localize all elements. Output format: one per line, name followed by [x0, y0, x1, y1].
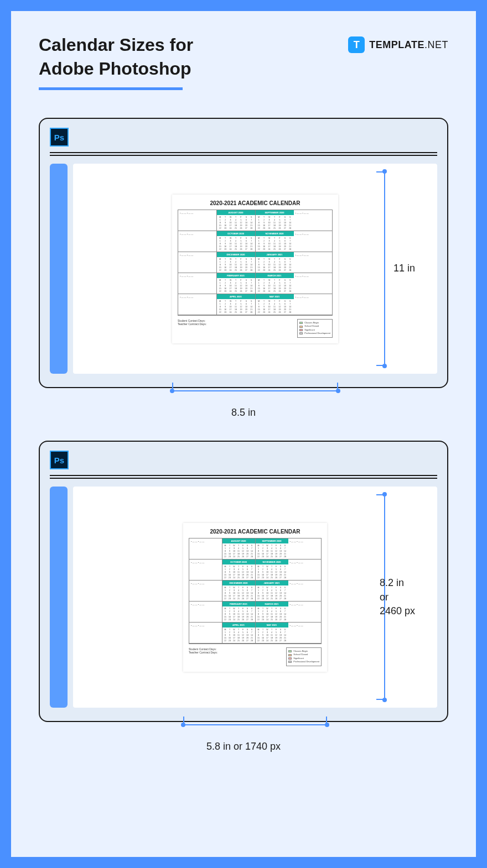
month: APRIL 2021MTWTFSS12345678910111213141516…: [222, 623, 255, 643]
month-pair: OCTOBER 2020MTWTFSS123456789101112131415…: [217, 231, 294, 252]
month-notes-right: • — — • — —: [288, 538, 322, 560]
month: FEBRUARY 2021MTWTFSS12345678910111213141…: [217, 273, 255, 294]
month: AUGUST 2020MTWTFSS1234567891011121314151…: [222, 538, 255, 559]
width-label: 5.8 in or 1740 px: [39, 741, 448, 752]
month-pair: DECEMBER 2020MTWTFSS12345678910111213141…: [222, 581, 288, 602]
month: OCTOBER 2020MTWTFSS123456789101112131415…: [222, 560, 255, 580]
month: MAY 2021MTWTFSS1234567891011121314151617…: [255, 623, 288, 643]
month: OCTOBER 2020MTWTFSS123456789101112131415…: [217, 231, 255, 252]
month-notes-left: • — — • — —: [189, 623, 222, 644]
month-pair: APRIL 2021MTWTFSS12345678910111213141516…: [222, 623, 288, 644]
month-notes-right: • — — • — —: [294, 252, 333, 273]
month-header: AUGUST 2020: [222, 538, 255, 543]
footer-counts: Student Contact Days: Teacher Contract D…: [189, 647, 217, 666]
month-days: MTWTFSS123456789101112131415161718192021…: [256, 299, 294, 315]
doc-footer: Student Contact Days: Teacher Contract D…: [178, 319, 333, 338]
month-days: MTWTFSS123456789101112131415161718192021…: [256, 543, 288, 559]
legend-swatch: [299, 332, 303, 334]
month-notes-left: • — — • — —: [178, 273, 217, 294]
calendar-document: 2020-2021 ACADEMIC CALENDAR• — — • — —AU…: [183, 523, 327, 672]
month: JANUARY 2021MTWTFSS123456789101112131415…: [255, 252, 294, 273]
app-sidebar: [50, 164, 68, 374]
legend-label: Professional Development: [293, 660, 319, 663]
month-days: MTWTFSS123456789101112131415161718192021…: [256, 564, 288, 580]
canvas-row: 2020-2021 ACADEMIC CALENDAR• — — • — —AU…: [50, 164, 437, 374]
legend-swatch: [299, 322, 303, 324]
month-days: MTWTFSS123456789101112131415161718192021…: [217, 236, 255, 252]
brand-bold: TEMPLATE: [369, 39, 424, 50]
doc-title: 2020-2021 ACADEMIC CALENDAR: [189, 529, 322, 535]
month-notes-left: • — — • — —: [178, 231, 217, 252]
month-header: NOVEMBER 2020: [256, 231, 294, 236]
page-title: Calendar Sizes for Adobe Photoshop: [39, 33, 193, 81]
month-days: MTWTFSS123456789101112131415161718192021…: [256, 628, 288, 643]
template-icon: T: [348, 36, 365, 53]
outer-frame: Calendar Sizes for Adobe Photoshop T TEM…: [0, 0, 487, 868]
month: NOVEMBER 2020MTWTFSS12345678910111213141…: [255, 560, 288, 580]
month-days: MTWTFSS123456789101112131415161718192021…: [256, 257, 294, 273]
doc-footer: Student Contact Days: Teacher Contract D…: [189, 647, 322, 666]
divider: [50, 152, 437, 153]
month-days: MTWTFSS123456789101112131415161718192021…: [256, 585, 288, 601]
month-pair: DECEMBER 2020MTWTFSS12345678910111213141…: [217, 252, 294, 273]
inner-panel: Calendar Sizes for Adobe Photoshop T TEM…: [11, 11, 476, 857]
doc-title: 2020-2021 ACADEMIC CALENDAR: [178, 200, 333, 206]
month-days: MTWTFSS123456789101112131415161718192021…: [222, 585, 255, 601]
month-notes-right: • — — • — —: [288, 581, 322, 602]
height-label: 11 in: [393, 262, 415, 276]
photoshop-icon: Ps: [50, 451, 69, 469]
month-header: FEBRUARY 2021: [217, 273, 255, 278]
document-area: 2020-2021 ACADEMIC CALENDAR• — — • — —AU…: [73, 487, 437, 708]
month-header: APRIL 2021: [222, 623, 255, 628]
month-pair: FEBRUARY 2021MTWTFSS12345678910111213141…: [217, 273, 294, 294]
month-days: MTWTFSS123456789101112131415161718192021…: [222, 606, 255, 622]
month-header: SEPTEMBER 2020: [256, 538, 288, 543]
month-notes-left: • — — • — —: [189, 560, 222, 581]
month-header: FEBRUARY 2021: [222, 602, 255, 606]
width-label: 8.5 in: [39, 407, 448, 419]
month: APRIL 2021MTWTFSS12345678910111213141516…: [217, 294, 255, 315]
month-header: JANUARY 2021: [256, 252, 294, 257]
app-sidebar: [50, 487, 68, 708]
month: JANUARY 2021MTWTFSS123456789101112131415…: [255, 581, 288, 601]
legend-label: Professional Development: [304, 332, 330, 335]
month: SEPTEMBER 2020MTWTFSS1234567891011121314…: [255, 210, 294, 231]
month: DECEMBER 2020MTWTFSS12345678910111213141…: [222, 581, 255, 601]
legend: Classes BeginSchool ClosedSignificantPro…: [297, 319, 333, 338]
month-notes-right: • — — • — —: [288, 623, 322, 644]
photoshop-icon: Ps: [50, 128, 69, 147]
divider: [50, 475, 437, 476]
month-days: MTWTFSS123456789101112131415161718192021…: [256, 606, 288, 622]
month-notes-right: • — — • — —: [294, 294, 333, 315]
month: AUGUST 2020MTWTFSS1234567891011121314151…: [217, 210, 255, 231]
legend-item: Professional Development: [288, 660, 319, 663]
month-pair: AUGUST 2020MTWTFSS1234567891011121314151…: [217, 210, 294, 231]
month-pair: APRIL 2021MTWTFSS12345678910111213141516…: [217, 294, 294, 315]
month-header: DECEMBER 2020: [222, 581, 255, 585]
month-days: MTWTFSS123456789101112131415161718192021…: [256, 236, 294, 252]
month-header: NOVEMBER 2020: [256, 560, 288, 564]
month-header: OCTOBER 2020: [217, 231, 255, 236]
month-days: MTWTFSS123456789101112131415161718192021…: [256, 278, 294, 294]
month-header: MAY 2021: [256, 623, 288, 628]
width-bracket: [183, 715, 327, 725]
month-header: JANUARY 2021: [256, 581, 288, 585]
month-days: MTWTFSS123456789101112131415161718192021…: [217, 278, 255, 294]
legend-swatch: [288, 657, 292, 660]
brand-text: TEMPLATE.NET: [369, 39, 448, 51]
month-notes-left: • — — • — —: [178, 210, 217, 231]
month: NOVEMBER 2020MTWTFSS12345678910111213141…: [255, 231, 294, 252]
month-header: AUGUST 2020: [217, 210, 255, 215]
brand-logo: T TEMPLATE.NET: [348, 36, 448, 53]
size-card-2: Ps 2020-2021 ACADEMIC CALENDAR• — — • — …: [39, 441, 448, 722]
month-notes-right: • — — • — —: [294, 231, 333, 252]
month-header: APRIL 2021: [217, 294, 255, 299]
month: MAY 2021MTWTFSS1234567891011121314151617…: [255, 294, 294, 315]
brand-light: .NET: [424, 39, 448, 50]
month-header: OCTOBER 2020: [222, 560, 255, 564]
month-notes-right: • — — • — —: [294, 273, 333, 294]
height-bracket: [375, 171, 385, 366]
canvas-row: 2020-2021 ACADEMIC CALENDAR• — — • — —AU…: [50, 487, 437, 708]
size-card-1: Ps 2020-2021 ACADEMIC CALENDAR• — — • — …: [39, 118, 448, 388]
height-label: 8.2 in or 2460 px: [380, 577, 415, 619]
